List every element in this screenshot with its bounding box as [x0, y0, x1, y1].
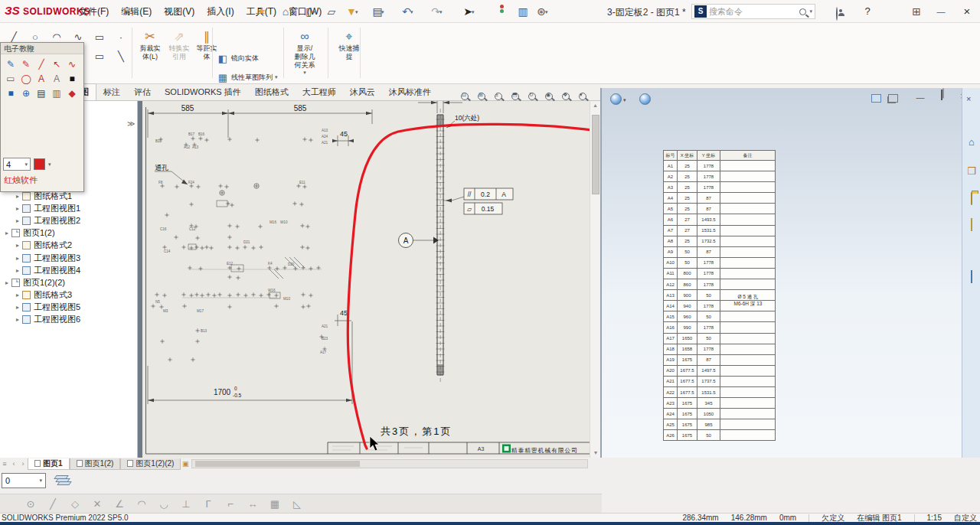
point-sketch-icon[interactable]: · — [112, 29, 130, 46]
sheet-nav-icon-0[interactable]: ≡ — [0, 460, 9, 468]
bottom-tool-10[interactable]: ↔ — [243, 496, 262, 512]
tab-6[interactable]: 沐风云 — [343, 84, 382, 100]
tree-expand-icon[interactable]: ▸ — [14, 292, 21, 298]
undo-caret-icon[interactable]: ▾ — [410, 9, 413, 15]
panel-expand-icon[interactable]: ≫ — [127, 119, 135, 128]
tree-expand-icon[interactable]: ▸ — [14, 193, 21, 200]
hole-table-row[interactable]: A231675345 — [664, 398, 776, 409]
drawing-hscrollbar[interactable] — [191, 459, 588, 468]
dim-45-top[interactable]: 45 — [340, 130, 348, 138]
black-swatch-icon[interactable]: ■ — [64, 72, 80, 86]
taskpane-close-icon[interactable]: × — [966, 94, 971, 103]
text-a2-icon[interactable]: A — [49, 72, 64, 86]
tab-1[interactable]: 标注 — [96, 84, 127, 100]
sheet-tab-2[interactable]: 图页1(2)(2) — [120, 458, 181, 470]
rect-icon[interactable]: ▭ — [3, 72, 18, 86]
mirror-line-sketch-icon[interactable]: ╲ — [112, 48, 130, 65]
tab-2[interactable]: 评估 — [127, 84, 158, 100]
pen-color-caret-icon[interactable]: ▾ — [48, 161, 51, 168]
tree-item-2[interactable]: ▸工程图视图2 — [0, 214, 138, 227]
arrow-icon[interactable]: ↖ — [49, 57, 64, 72]
scrollbar-thumb[interactable] — [592, 115, 599, 194]
dim-10[interactable]: 10(六处) — [455, 114, 479, 122]
dim-585-right[interactable]: 585 — [294, 104, 307, 112]
home-icon[interactable]: ⌂ — [277, 3, 294, 20]
bottom-tool-9[interactable]: ⌐ — [221, 496, 240, 512]
hole-table-row[interactable]: A42587 — [664, 193, 776, 204]
mirror-entities-button[interactable]: ◧镜向实体 — [216, 49, 259, 67]
minimize-button[interactable]: — — [933, 3, 949, 20]
sheet-scale[interactable]: 1:15 — [927, 514, 942, 522]
sheet-nav-icon-1[interactable]: ‹ — [9, 460, 18, 468]
bottom-tool-5[interactable]: ◠ — [132, 496, 151, 512]
through-hole-label[interactable]: 通孔 — [155, 164, 168, 171]
hole-table-row[interactable]: A169901778 — [664, 322, 776, 333]
section-view-icon[interactable]: ⬒ — [510, 91, 523, 103]
tile-windows-icon[interactable]: ⊞ — [908, 3, 925, 20]
appearance-icon[interactable]: ❖ — [560, 91, 573, 103]
quick-snaps-button[interactable]: ⌖快速捕捉 — [332, 29, 366, 61]
tab-7[interactable]: 沐风标准件 — [382, 84, 438, 100]
trim-entities-button[interactable]: ✂剪裁实体(L) — [136, 29, 164, 61]
new-document-caret-icon[interactable]: ▾ — [312, 9, 315, 15]
search-icon[interactable] — [799, 8, 806, 15]
hole-table-row[interactable]: A19167587 — [664, 354, 776, 365]
blue-swatch-icon[interactable]: ■ — [3, 86, 18, 101]
tree-item-3[interactable]: ▸图页1(2) — [0, 227, 138, 240]
bottom-tool-7[interactable]: ⊥ — [177, 496, 195, 512]
tree-expand-icon[interactable]: ▸ — [14, 242, 21, 249]
open-document-icon[interactable]: ▱ — [323, 3, 340, 20]
bottom-tool-4[interactable]: ∠ — [110, 496, 129, 512]
options-caret-icon[interactable]: ▾ — [545, 9, 548, 15]
tab-5[interactable]: 大工程师 — [296, 84, 343, 100]
tree-expand-icon[interactable]: ▸ — [14, 205, 21, 212]
zoom-area-icon[interactable]: ⊞ — [476, 91, 489, 103]
redo-caret-icon[interactable]: ▾ — [439, 9, 443, 15]
task-list-icon[interactable]: ▥ — [514, 3, 531, 20]
hole-table-row[interactable]: A251675985 — [664, 419, 776, 430]
select-caret-icon[interactable]: ▾ — [472, 9, 475, 15]
hole-table-row[interactable]: A1596050 — [664, 311, 776, 322]
file-explorer-icon[interactable] — [965, 192, 978, 206]
tree-item-6[interactable]: ▸工程图视图4 — [0, 264, 138, 276]
custom-properties-icon[interactable] — [965, 218, 978, 232]
view-orientation-sphere-icon[interactable] — [610, 93, 622, 105]
hole-table-row[interactable]: A211677.51737.5 — [664, 376, 776, 386]
child-minimize-button[interactable]: — — [912, 92, 929, 103]
line-icon[interactable]: ╱ — [34, 57, 49, 72]
layer-dropdown[interactable]: 0▾ — [2, 473, 46, 488]
scroll-down-icon[interactable]: ▾ — [590, 448, 601, 458]
bottom-tool-1[interactable]: ╱ — [44, 496, 62, 512]
hole-table-row[interactable]: A6271493.5 — [664, 214, 776, 225]
zoom-fit-icon[interactable]: ⊡ — [459, 91, 472, 103]
zoom-in-out-icon[interactable]: ± — [493, 91, 506, 103]
menu-3[interactable]: 插入(I) — [201, 3, 239, 21]
tree-expand-icon[interactable]: ▸ — [14, 316, 21, 323]
help-icon[interactable]: ? — [859, 3, 876, 20]
dim-45-bottom[interactable]: 45 — [340, 309, 348, 317]
pointer-panel-title[interactable]: 电子教鞭 — [1, 43, 83, 54]
pen-width-select[interactable]: 4▾ — [3, 158, 31, 171]
brush-icon[interactable]: ✎ — [18, 57, 34, 72]
doc-icon[interactable] — [871, 94, 881, 103]
favorites-star-icon[interactable]: ★ — [257, 5, 266, 17]
vertical-scrollbar[interactable]: ▴ ▾ — [590, 101, 600, 458]
linear-sketch-pattern-caret-icon[interactable]: ▾ — [275, 74, 278, 80]
menu-0[interactable]: 文件(F) — [74, 3, 114, 21]
tree-expand-icon[interactable]: ▸ — [14, 217, 21, 224]
search-input[interactable]: 搜索命令 — [709, 6, 799, 18]
dim-1700[interactable]: 1700 — [214, 388, 231, 396]
hole-table-row[interactable]: A128601778 — [664, 279, 776, 290]
drawing-document[interactable]: ⊡ ⊞ ± ⬒ ↻ ◉ ❖ ▾ — [138, 101, 590, 458]
command-search[interactable]: S 搜索命令 ▾ — [691, 4, 815, 19]
display-delete-relations-caret-icon[interactable]: ▾ — [288, 70, 322, 76]
save-icon[interactable]: ▤ — [34, 86, 49, 101]
ellipse-icon[interactable]: ◯ — [18, 72, 34, 86]
tree-item-4[interactable]: ▸图纸格式2 — [0, 240, 138, 252]
bottom-tool-2[interactable]: ◇ — [66, 496, 84, 512]
rebuild-traffic-icon[interactable] — [493, 3, 510, 20]
tree-item-8[interactable]: ▸图纸格式3 — [0, 289, 138, 302]
bottom-tool-0[interactable]: ⊙ — [21, 496, 40, 512]
cascade-icon[interactable] — [888, 94, 898, 103]
hole-table-row[interactable]: A2416751050 — [664, 409, 776, 419]
